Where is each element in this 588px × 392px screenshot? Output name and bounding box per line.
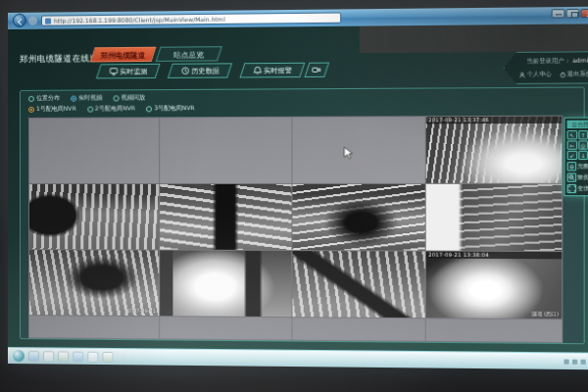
logout-label: 退出系统 bbox=[567, 70, 588, 78]
ptz-down-button[interactable]: ↓ bbox=[578, 151, 588, 160]
taskbar-icon[interactable] bbox=[43, 351, 54, 362]
camera-osd-timestamp: 2017-09-21 bbox=[126, 308, 155, 314]
profile-link[interactable]: 个人中心 bbox=[519, 70, 552, 79]
photo-background: http://192.168.1.199:8080/Client/jsp/Mai… bbox=[0, 0, 588, 392]
menu-video[interactable] bbox=[304, 63, 329, 77]
nvr-radios: 1号配电间NVR 2号配电间NVR 3号配电间NVR bbox=[28, 104, 195, 114]
close-button[interactable] bbox=[580, 9, 588, 18]
minimize-icon bbox=[556, 14, 562, 16]
menu-label: 历史数据 bbox=[191, 66, 220, 75]
iris-minus-button[interactable]: ⊖ bbox=[567, 162, 577, 171]
camera-feed bbox=[29, 184, 159, 250]
radio-label: 2号配电间NVR bbox=[95, 104, 135, 113]
camera-cell[interactable] bbox=[160, 184, 291, 250]
camera-feed bbox=[160, 251, 291, 318]
camera-feed bbox=[292, 184, 425, 251]
address-bar[interactable]: http://192.168.1.199:8080/Client/jsp/Mai… bbox=[41, 13, 341, 26]
camera-feed bbox=[426, 184, 562, 251]
tray-icon[interactable] bbox=[580, 359, 585, 364]
radio-dot bbox=[87, 106, 93, 112]
radio-dot bbox=[114, 95, 120, 101]
tab-site-overview[interactable]: 站点总览 bbox=[156, 46, 222, 62]
view-mode-radios: 位置分布 实时视频 视频回放 bbox=[28, 93, 145, 103]
camera-cell[interactable]: 2017-09-21 13:37:46 bbox=[426, 117, 562, 183]
back-button[interactable] bbox=[13, 14, 26, 27]
menu-label: 实时监测 bbox=[120, 66, 147, 75]
maximize-button[interactable] bbox=[566, 9, 580, 18]
radio-nvr-1[interactable]: 1号配电间NVR bbox=[28, 105, 76, 114]
zoom-out-button[interactable] bbox=[567, 184, 577, 193]
system-tray bbox=[564, 359, 588, 364]
logout-link[interactable]: 退出系统 bbox=[560, 70, 588, 79]
back-arrow-icon bbox=[17, 18, 24, 24]
page-icon bbox=[45, 18, 51, 24]
radio-dot bbox=[28, 106, 34, 112]
maximize-icon bbox=[570, 12, 577, 18]
camera-cell[interactable] bbox=[292, 184, 425, 251]
menu-label: 实时报警 bbox=[264, 65, 292, 74]
tray-icon[interactable] bbox=[564, 359, 568, 364]
power-icon bbox=[560, 72, 565, 77]
camera-cell[interactable]: 2017-09-21 bbox=[29, 250, 159, 316]
start-button[interactable] bbox=[13, 350, 24, 362]
ptz-left-button[interactable]: ← bbox=[567, 140, 577, 149]
radio-playback[interactable]: 视频回放 bbox=[114, 93, 145, 102]
window-controls bbox=[552, 9, 588, 19]
radio-nvr-2[interactable]: 2号配电间NVR bbox=[87, 104, 135, 113]
camera-feed bbox=[29, 250, 159, 316]
ptz-up-button[interactable]: ↑ bbox=[578, 130, 588, 139]
monitor-icon bbox=[109, 67, 118, 75]
camera-cell[interactable] bbox=[29, 118, 159, 183]
user-info-panel: 当前登录用户：admin 个人中心 退出系统 bbox=[504, 51, 588, 84]
radio-dot bbox=[71, 95, 76, 101]
camera-cell[interactable] bbox=[160, 251, 291, 318]
camera-cell[interactable] bbox=[160, 317, 291, 343]
tab-label: 郑州电缆隧道 bbox=[93, 48, 153, 64]
camera-cell[interactable] bbox=[426, 318, 562, 343]
radio-dot bbox=[28, 95, 34, 101]
camera-cell[interactable] bbox=[292, 318, 425, 343]
person-icon bbox=[519, 72, 525, 77]
username: admin bbox=[572, 56, 588, 63]
taskbar-icon[interactable] bbox=[73, 351, 83, 362]
radio-label: 实时视频 bbox=[78, 93, 102, 102]
ptz-auto-scan-button[interactable]: ◎ bbox=[578, 140, 588, 149]
camera-cell[interactable] bbox=[292, 251, 425, 318]
camera-cell[interactable] bbox=[160, 118, 291, 183]
radio-label: 3号配电间NVR bbox=[154, 104, 194, 113]
profile-label: 个人中心 bbox=[527, 70, 553, 78]
forward-button[interactable] bbox=[28, 17, 37, 25]
camera-feed bbox=[426, 252, 562, 319]
minimize-button[interactable] bbox=[552, 9, 565, 18]
camera-cell[interactable] bbox=[292, 117, 425, 183]
taskbar-icon[interactable] bbox=[87, 351, 98, 362]
monitor-screen: http://192.168.1.199:8080/Client/jsp/Mai… bbox=[8, 7, 588, 370]
menu-realtime-alarm[interactable]: 实时报警 bbox=[239, 63, 305, 78]
menu-realtime-monitor[interactable]: 实时监测 bbox=[96, 64, 161, 79]
tab-tunnel[interactable]: 郑州电缆隧道 bbox=[90, 47, 157, 63]
focus-label: 聚焦 bbox=[577, 174, 588, 181]
mouse-cursor bbox=[343, 146, 353, 160]
radio-live-video[interactable]: 实时视频 bbox=[71, 93, 102, 102]
radio-label: 视频回放 bbox=[122, 93, 145, 102]
focus-out-button[interactable] bbox=[567, 172, 577, 181]
camera-cell[interactable]: 2017-09-21 13:38:04隧道 (西口) bbox=[426, 252, 562, 319]
camera-cell[interactable] bbox=[29, 316, 159, 343]
camera-osd-timestamp: 2017-09-21 13:37:46 bbox=[426, 117, 562, 124]
ptz-up-left-button[interactable]: ↖ bbox=[567, 130, 577, 139]
camera-cell[interactable] bbox=[29, 184, 159, 250]
taskbar-icon[interactable] bbox=[58, 351, 69, 362]
ptz-direction-pad: ↖ ↑ ↗ ← ◎ → ↙ ↓ ↘ bbox=[567, 130, 588, 160]
ptz-panel-title: 云台控制 bbox=[567, 121, 588, 128]
radio-nvr-3[interactable]: 3号配电间NVR bbox=[146, 104, 194, 113]
camera-cell[interactable] bbox=[426, 184, 562, 251]
ptz-panel: 云台控制 ↖ ↑ ↗ ← ◎ → ↙ ↓ ↘ ⊖ 光圈 ⊕ bbox=[564, 118, 588, 197]
tray-icon[interactable] bbox=[572, 359, 577, 364]
radio-position-map[interactable]: 位置分布 bbox=[28, 94, 60, 103]
ptz-down-left-button[interactable]: ↙ bbox=[567, 151, 577, 160]
camera-feed bbox=[426, 117, 562, 183]
taskbar-icon[interactable] bbox=[102, 351, 113, 362]
taskbar-icon[interactable] bbox=[28, 351, 39, 362]
ptz-iris-row: ⊖ 光圈 ⊕ bbox=[567, 162, 588, 171]
menu-history-data[interactable]: 历史数据 bbox=[168, 63, 232, 78]
